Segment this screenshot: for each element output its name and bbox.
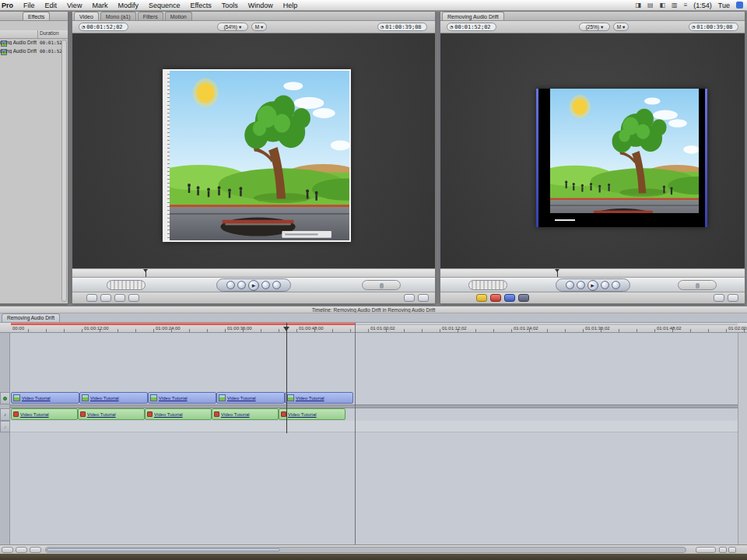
menu-help[interactable]: Help (283, 2, 298, 9)
jog-control[interactable] (107, 280, 146, 290)
canvas-scrubber[interactable] (440, 268, 745, 278)
menu-window[interactable]: Window (248, 2, 273, 9)
playhead-sync-popup[interactable]: M ▾ (613, 23, 629, 31)
previous-edit-button[interactable] (566, 281, 574, 289)
duration-timecode-field[interactable]: ◔ 00:01:52;02 (447, 23, 496, 31)
tab-mono-a1[interactable]: Mono (a1) (100, 12, 136, 20)
timeline-clip-audio[interactable]: Video Tutorial (212, 408, 279, 420)
play-around-button[interactable] (261, 281, 270, 289)
mark-in-button[interactable] (714, 294, 724, 302)
play-button[interactable]: ▶ (248, 280, 259, 291)
volume-menu-icon[interactable]: ▤ (647, 2, 654, 9)
timeline-clip-video[interactable]: Video Tutorial (148, 392, 216, 404)
menu-effects[interactable]: Effects (190, 2, 211, 9)
track-header-a1[interactable]: ♪ (0, 408, 10, 421)
menu-mark[interactable]: Mark (92, 2, 107, 9)
match-frame-button[interactable] (86, 294, 97, 302)
timeline-clip-video[interactable]: Video Tutorial (11, 392, 79, 404)
timeline-vertical-scrollbar[interactable] (738, 333, 747, 544)
timeline-horizontal-scrollbar[interactable] (45, 547, 686, 553)
superimpose-edit-button[interactable] (518, 294, 529, 302)
mark-in-button[interactable] (404, 294, 415, 302)
airport-menu-icon[interactable]: ▥ (672, 2, 678, 9)
play-button[interactable]: ▶ (587, 280, 598, 291)
timeline-clip-audio[interactable]: Video Tutorial (279, 408, 345, 420)
timeline-playhead-line[interactable] (286, 323, 287, 433)
next-edit-button[interactable] (272, 281, 281, 289)
track-header-a2[interactable]: ♪ (0, 421, 10, 432)
menu-tools[interactable]: Tools (222, 2, 238, 9)
browser-scrollbar[interactable] (61, 40, 67, 302)
battery-time[interactable]: (1:54) (693, 2, 712, 9)
play-around-button[interactable] (601, 281, 609, 289)
chevron-down-icon: ▾ (239, 24, 241, 30)
play-in-to-out-button[interactable] (577, 281, 585, 289)
add-keyframe-button[interactable] (114, 294, 125, 302)
menu-sequence[interactable]: Sequence (149, 2, 181, 9)
menu-modify[interactable]: Modify (117, 2, 139, 9)
browser-row[interactable]: Removing Audio Drift 00:01:52 (0, 40, 61, 48)
clip-label: Video Tutorial (87, 412, 116, 417)
replace-edit-button[interactable] (504, 294, 515, 302)
timeline-clip-audio[interactable]: Video Tutorial (11, 408, 78, 420)
overwrite-edit-button[interactable] (490, 294, 501, 302)
rt-popup[interactable] (2, 547, 13, 553)
jog-control[interactable] (468, 280, 507, 290)
scrollbar-thumb[interactable] (47, 548, 280, 551)
timeline-clip-audio[interactable]: Video Tutorial (78, 408, 145, 420)
current-timecode-field[interactable]: ◔ 01:00:39;08 (689, 23, 738, 31)
add-marker-button[interactable] (128, 294, 139, 302)
timeline-clip-video[interactable]: Video Tutorial (216, 392, 285, 404)
browser-tab-effects[interactable]: Effects (23, 12, 50, 20)
tab-motion[interactable]: Motion (165, 12, 192, 20)
insert-edit-button[interactable] (476, 294, 487, 302)
zoom-popup[interactable]: (54%) ▾ (217, 23, 248, 31)
tab-sequence[interactable]: Removing Audio Drift (442, 12, 504, 20)
canvas-bottom-bar (440, 292, 745, 303)
timeline-clip-video[interactable]: Video Tutorial (285, 392, 353, 404)
scrubber-playhead[interactable] (557, 269, 558, 277)
canvas-preview[interactable] (536, 89, 707, 227)
previous-edit-button[interactable] (226, 281, 235, 289)
duration-column-header[interactable]: Duration (40, 30, 59, 36)
timeline-clip-video[interactable]: Video Tutorial (79, 392, 148, 404)
chevron-down-icon: ▾ (622, 24, 625, 30)
playhead-sync-popup[interactable]: M ▾ (251, 23, 267, 31)
scroll-left-arrow[interactable] (719, 547, 727, 553)
current-timecode-field[interactable]: ◔ 01:00:39;08 (377, 23, 427, 31)
app-menu[interactable]: Final Cut Pro (0, 2, 13, 9)
duration-timecode-field[interactable]: ◔ 00:01:52;02 (79, 23, 128, 31)
timeline-ruler[interactable]: 00:00 01:00:12;00 01:00:24;00 01:00:36;0… (0, 323, 747, 333)
menu-file[interactable]: File (23, 2, 35, 9)
tab-video[interactable]: Video (74, 12, 99, 20)
shuttle-control[interactable] (362, 280, 401, 290)
mark-clip-button[interactable] (100, 294, 111, 302)
spotlight-icon[interactable] (736, 2, 743, 9)
viewer-scrubber[interactable] (72, 268, 435, 278)
column-divider[interactable] (37, 30, 38, 38)
mark-out-button[interactable] (728, 294, 738, 302)
chevron-down-icon: ▾ (261, 24, 263, 30)
menu-edit[interactable]: Edit (45, 2, 58, 9)
next-edit-button[interactable] (612, 281, 620, 289)
zoom-popup[interactable]: (25%) ▾ (579, 23, 610, 31)
scroll-right-arrow[interactable] (728, 547, 736, 553)
zoom-slider[interactable] (696, 547, 716, 553)
timeline-clip-audio[interactable]: Video Tutorial (145, 408, 212, 420)
timeline-tab-sequence[interactable]: Removing Audio Drift (2, 313, 60, 322)
track-header-v1[interactable] (0, 392, 10, 404)
menu-clock[interactable]: Tue (718, 2, 730, 9)
mark-out-button[interactable] (418, 294, 429, 302)
shuttle-control[interactable] (678, 280, 717, 290)
bluetooth-menu-icon[interactable]: ◧ (660, 2, 666, 9)
track-height-control[interactable] (16, 547, 27, 553)
tab-filters[interactable]: Filters (138, 12, 163, 20)
clip-label: Video Tutorial (288, 412, 317, 417)
battery-menu-icon[interactable]: ≡ (684, 2, 688, 9)
menu-view[interactable]: View (67, 2, 82, 9)
play-in-to-out-button[interactable] (237, 281, 246, 289)
scrubber-playhead[interactable] (146, 269, 146, 277)
clip-keyframes-control[interactable] (30, 547, 41, 553)
display-menu-icon[interactable]: ◨ (635, 2, 641, 9)
browser-row[interactable]: Removing Audio Drift 00:01:52 (0, 48, 61, 57)
